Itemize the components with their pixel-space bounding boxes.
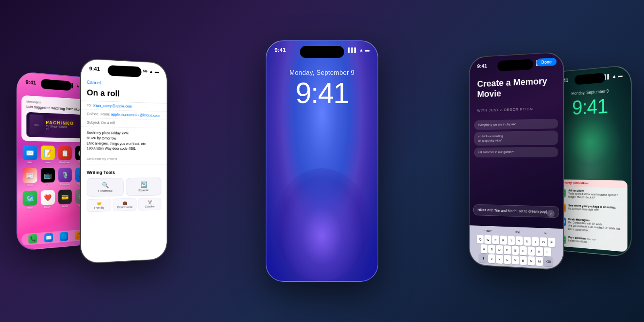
key-v[interactable]: V [512,256,519,265]
phone-4-shell: 9:41 ▌▌ ▲ ▬ Done Create a Memory Movie W… [469,52,564,270]
notif-msg-1: Table opened at that new Nepalese spot a… [568,192,623,201]
notification-card[interactable]: Messages Luis suggested watching Pachink… [21,95,89,142]
key-g[interactable]: G [512,246,519,255]
lockscreen-orb [274,168,370,281]
key-f[interactable]: F [504,246,511,255]
check-button[interactable]: ✓ [547,210,554,217]
phone-1-time: 9:41 [26,78,36,85]
chat-bubble-2: eo trick-or-treatingith a spooky vibe" [474,131,558,146]
concise-label: Concise [140,205,160,208]
key-u[interactable]: U [524,237,531,246]
battery-icon: ▬ [618,73,622,78]
key-i[interactable]: I [532,237,539,246]
show-platform: TV [46,128,74,131]
done-button[interactable]: Done [537,58,557,66]
priority-notifications-panel: 🔴 Priority Notifications 💬 Adrian Alder … [555,179,627,252]
wifi-icon: ▲ [76,83,80,89]
app-icon-mail[interactable]: ✉️ Mail [23,145,37,164]
professional-button[interactable]: 💼 Professional [113,198,136,211]
phone-3-dynamic-island [300,46,344,58]
app-row-1: ✉️ Mail 📝 Notes 📋 Reminders 🕐 [21,145,89,164]
phones-container: 9:41 ▌▌▌ ▲ ▬ Messages Luis suggested wat… [0,0,644,322]
rewrite-button[interactable]: ↩️ Rewrite [126,178,161,196]
key-l[interactable]: L [544,247,551,256]
app-icon-wallet[interactable]: 💳 Wallet [58,190,72,208]
key-p[interactable]: P [548,237,555,247]
pred-word-3[interactable]: to [541,230,551,236]
key-w[interactable]: W [485,235,491,244]
phone-4-time: 9:41 [477,62,487,69]
app-icon-tv[interactable]: 📺 TV [41,168,55,186]
concise-button[interactable]: ✂️ Concise [138,198,161,211]
mail-compose-screen: Cancel On a roll To: brian_carey@apple.c… [81,59,167,263]
writing-tools-secondary-row: 🤝 Friendly 💼 Professional ✂️ Concise [87,198,161,212]
pred-word-2[interactable]: the [512,229,523,235]
key-o[interactable]: O [540,237,547,247]
phone-2-dynamic-island [108,65,142,77]
priority-label: Priority Notifications [563,182,588,185]
key-z[interactable]: Z [488,254,495,264]
phone-4-wrapper: 9:41 ▌▌ ▲ ▬ Done Create a Memory Movie W… [469,52,564,270]
keyboard-area: "The" the to Q W E R T Y U I [470,225,564,270]
app-icon-maps[interactable]: 🗺️ Maps [23,190,37,209]
key-delete[interactable]: ⌫ [544,257,553,267]
phone-3-time: 9:41 [275,47,286,53]
app-icon-reminders[interactable]: 📋 Reminders [58,146,72,163]
chat-bubble-3: est summer in our garden" [474,147,558,157]
battery-icon: ▬ [155,69,159,74]
key-shift[interactable]: ⬆ [479,254,487,263]
key-y[interactable]: Y [516,236,523,246]
dock-safari[interactable]: 🌐 [60,232,68,241]
mail-body: Sushi my place Friday 7PM RSVP by tomorr… [81,127,167,155]
key-t[interactable]: T [508,236,515,245]
key-e[interactable]: E [492,235,499,245]
pred-word-1[interactable]: "The" [481,228,495,234]
key-n[interactable]: N [528,256,535,266]
app-icon-health[interactable]: ❤️ Health [41,190,55,208]
friendly-button[interactable]: 🤝 Friendly [87,199,111,212]
phone-5-status-icons: ▌▌ ▲ ▬ [604,73,622,79]
signal-icon: ▌▌▌ [348,47,357,52]
key-q[interactable]: Q [477,235,484,244]
phone-3-wrapper: 9:41 ▌▌▌ ▲ ▬ Monday, September 9 9:41 [266,40,378,282]
key-c[interactable]: C [504,255,511,264]
wifi-icon: ▲ [359,47,363,52]
key-j[interactable]: J [528,246,535,256]
app-icon-news[interactable]: 📰 News [23,168,37,186]
dock-mail[interactable]: ✉️ [44,233,53,243]
app-icon-podcasts[interactable]: 🎙️ Podcasts [58,168,72,186]
writing-tools-title: Writing Tools [87,170,161,175]
key-r[interactable]: R [500,235,507,245]
phone-4-screen: 9:41 ▌▌ ▲ ▬ Done Create a Memory Movie W… [470,52,564,270]
key-b[interactable]: B [520,256,527,265]
app-icon-notes[interactable]: 📝 Notes [41,145,55,163]
mail-divider [81,165,167,165]
notif-content-2: See where your package is on a map. It's… [568,204,623,213]
wifi-icon: ▲ [612,73,617,78]
ai-input-area: Hikes with Tim and Marie, set to dream p… [473,204,559,220]
memory-movie-screen: Done Create a Memory Movie WITH JUST A D… [470,52,564,270]
phone-3-status-icons: ▌▌▌ ▲ ▬ [348,47,369,52]
phone-2-status-icons: 5G ▲ ▬ [143,68,159,74]
lockscreen-date: Monday, September 9 [289,69,355,76]
key-h[interactable]: H [520,246,527,256]
lockscreen-time: 9:41 [295,78,349,107]
notif-show-card: IMG PACHINKO TV Show • Drama TV [27,112,85,138]
dock-phone[interactable]: 📞 [29,234,37,244]
chat-bubbles-container: everything we ate in Japan" eo trick-or-… [474,119,558,159]
key-d[interactable]: D [496,245,503,254]
friendly-label: Friendly [89,206,110,209]
key-k[interactable]: K [536,247,543,256]
key-s[interactable]: S [488,245,495,254]
chat-bubble-1: everything we ate in Japan" [474,119,558,130]
phone-2-screen: 9:41 5G ▲ ▬ Cancel On a roll To: brian_c… [81,59,167,263]
ai-input-box[interactable]: Hikes with Tim and Marie, set to dream p… [473,204,559,218]
memory-subtitle: WITH JUST A DESCRIPTION [477,106,555,112]
key-a[interactable]: A [481,244,487,253]
key-m[interactable]: M [536,257,543,266]
key-x[interactable]: X [496,255,503,264]
phone-2-wrapper: 9:41 5G ▲ ▬ Cancel On a roll To: brian_c… [80,58,167,264]
wifi-icon: ▲ [149,69,153,74]
memory-title: Create a Memory Movie [477,75,555,100]
proofread-button[interactable]: 🔍 Proofread [87,178,124,197]
